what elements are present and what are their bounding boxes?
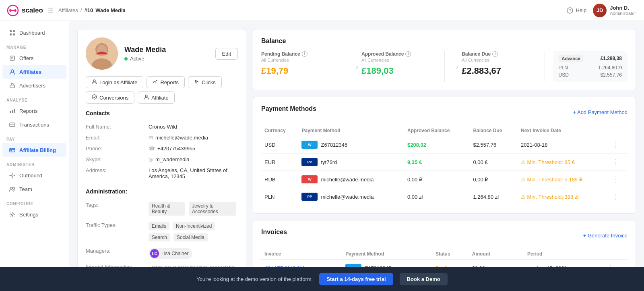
logo: scaleo <box>6 4 43 17</box>
action-buttons: Login as Affiliate Reports <box>86 76 238 104</box>
conversions-icon <box>92 94 97 101</box>
payment-methods-title: Payment Methods <box>261 105 316 112</box>
tags-row: Tags: Health & Beauty Jewelry & Accessor… <box>86 200 238 220</box>
contacts-section: Contacts Full Name: Cronos Wild Email: ✉… <box>86 110 238 182</box>
user-info: JD John D. Administrator <box>593 4 636 17</box>
pm-currency: RUB <box>261 171 298 188</box>
sidebar-item-offers[interactable]: Offers <box>2 51 66 65</box>
col-payment-method: Payment Method <box>298 125 404 136</box>
status-label: Active <box>130 56 144 62</box>
offers-icon <box>9 55 15 61</box>
collapse-button[interactable]: ☰ <box>48 6 54 14</box>
generate-invoice-button[interactable]: + Generate Invoice <box>583 233 627 239</box>
edit-button[interactable]: Edit <box>215 48 238 60</box>
col-approved-balance: Approved Balance <box>404 125 470 136</box>
dashboard-icon <box>9 29 15 36</box>
tag-jewelry: Jewelry & Accessories <box>189 202 236 216</box>
sidebar-item-outbound[interactable]: Outbound <box>2 168 66 182</box>
sidebar-item-settings[interactable]: Settings <box>2 208 66 221</box>
balance-row: Pending Balance i All Currencies £19,79 … <box>261 51 627 82</box>
pending-balance: Pending Balance i All Currencies £19,79 <box>261 51 344 82</box>
svg-point-24 <box>11 175 13 176</box>
trial-button[interactable]: Start a 14-days free trial <box>319 273 393 285</box>
sidebar-item-advertisers[interactable]: Advertisers <box>2 79 66 92</box>
sidebar-item-dashboard[interactable]: Dashboard <box>2 26 66 39</box>
managers-label: Managers: <box>86 248 142 259</box>
contact-phone-row: Phone: ☎ +420775439955 <box>86 143 238 154</box>
traffic-types-values: Emails Non-Incentivized Search Social Me… <box>149 222 238 243</box>
login-affiliate-label: Login as Affiliate <box>99 79 137 85</box>
svg-point-34 <box>92 95 97 99</box>
more-icon[interactable]: ⋮ <box>612 158 619 166</box>
balance-title: Balance <box>261 37 627 45</box>
more-icon[interactable]: ⋮ <box>612 193 619 201</box>
svg-point-14 <box>11 70 13 72</box>
traffic-types-row: Traffic Types: Emails Non-Incentivized S… <box>86 220 238 245</box>
sidebar-item-reports-label: Reports <box>19 108 38 114</box>
sidebar-section-pay: PAY Affiliate Billing <box>0 133 69 157</box>
clicks-icon <box>194 79 199 85</box>
reports-button[interactable]: Reports <box>147 76 185 88</box>
sidebar-item-settings-label: Settings <box>19 212 38 218</box>
contacts-title: Contacts <box>86 110 238 116</box>
pm-next-invoice: ⚠ Min. Threshold: 85 € <box>518 154 609 171</box>
pm-more[interactable]: ⋮ <box>609 136 627 154</box>
sidebar-item-team[interactable]: Team <box>2 182 66 196</box>
conversions-button[interactable]: Conversions <box>86 91 134 104</box>
billing-icon <box>9 147 15 153</box>
pm-method-id: michelle@wade.media <box>321 177 374 183</box>
pm-table-row: PLN PP michelle@wade.media 0,00 zł 1.264… <box>261 188 627 206</box>
pm-logo-icon: W <box>301 175 318 183</box>
breadcrumb: Affiliates / #10 Wade Media <box>58 7 126 13</box>
tag-non-incentivized: Non-Incentivized <box>173 222 215 230</box>
user-role: Administrator <box>610 11 636 16</box>
more-icon[interactable]: ⋮ <box>612 175 619 183</box>
sidebar-item-transactions[interactable]: Transactions <box>2 118 66 131</box>
invoices-title: Invoices <box>261 229 287 236</box>
col-next-invoice: Next Invoice Date <box>518 125 609 136</box>
advance-badge: Advance <box>559 55 584 62</box>
sidebar-item-transactions-label: Transactions <box>19 122 49 128</box>
pending-label: Pending Balance i <box>261 51 336 57</box>
fullname-value: Cronos Wild <box>149 124 177 130</box>
sidebar-item-affiliate-billing[interactable]: Affiliate Billing <box>2 143 66 157</box>
managers-values: LC Lisa Chainer <box>149 248 192 259</box>
inv-col-invoice: Invoice <box>261 249 342 260</box>
balance-card: Balance Pending Balance i All Currencies… <box>253 29 636 90</box>
sidebar-item-offers-label: Offers <box>19 55 33 61</box>
balance-side-panel: Advance £1.288,38 PLN 1.264,80 zł USD $2… <box>553 51 627 82</box>
advertisers-icon <box>9 82 15 89</box>
demo-banner: You're looking at the demo version of th… <box>0 267 644 291</box>
profile-header: Wade Media Active Edit <box>86 37 238 70</box>
tags-label: Tags: <box>86 202 142 217</box>
pln-currency: PLN <box>559 65 568 71</box>
svg-point-35 <box>145 95 147 97</box>
svg-rect-6 <box>10 30 12 32</box>
inv-col-amount: Amount <box>469 249 524 260</box>
add-payment-method-button[interactable]: + Add Payment Method <box>573 109 627 115</box>
approved-info-icon: i <box>405 51 411 57</box>
pm-next-invoice: ⚠ Min. Threshold: 388 zł <box>518 188 609 206</box>
clicks-button[interactable]: Clicks <box>188 76 222 88</box>
pm-more[interactable]: ⋮ <box>609 171 627 188</box>
affiliate-button[interactable]: Affiliate <box>138 91 174 104</box>
pm-next-invoice: ⚠ Min. Threshold: 5.189 ₽ <box>518 171 609 188</box>
pm-method: PP michelle@wade.media <box>298 188 404 206</box>
pm-table-row: EUR PP tyt76rd 9,35 € 0,00 € ⚠ Min. Thre… <box>261 154 627 171</box>
pm-more[interactable]: ⋮ <box>609 188 627 206</box>
more-icon[interactable]: ⋮ <box>612 141 619 149</box>
advance-row: Advance £1.288,38 <box>559 55 622 62</box>
breadcrumb-section[interactable]: Affiliates <box>58 7 78 13</box>
help-button[interactable]: ? Help <box>567 7 586 14</box>
skype-label: Skype: <box>86 156 142 162</box>
pln-amount: 1.264,80 zł <box>598 65 622 71</box>
contact-skype-row: Skype: ◎ m_wademedia <box>86 154 238 165</box>
sidebar-item-reports[interactable]: Reports <box>2 104 66 118</box>
sidebar-item-affiliates-label: Affiliates <box>19 69 41 75</box>
avatar-initials: JD <box>597 7 603 13</box>
pm-more[interactable]: ⋮ <box>609 154 627 171</box>
book-demo-button[interactable]: Book a Demo <box>400 273 448 285</box>
sidebar-item-affiliates[interactable]: Affiliates <box>2 65 66 79</box>
advance-amount: £1.288,38 <box>601 56 622 61</box>
login-affiliate-button[interactable]: Login as Affiliate <box>86 76 143 88</box>
